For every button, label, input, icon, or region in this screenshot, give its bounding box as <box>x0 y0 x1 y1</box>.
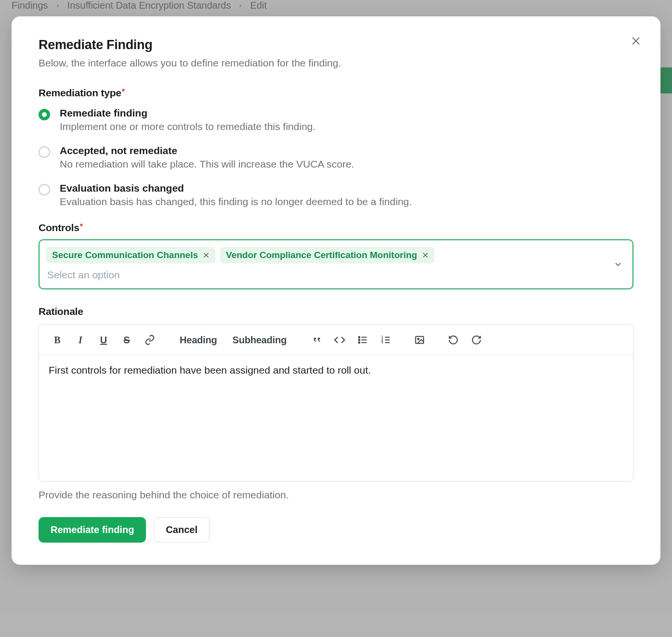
radio-input[interactable] <box>39 146 50 158</box>
radio-desc: No remediation will take place. This wil… <box>60 158 354 170</box>
underline-button[interactable]: U <box>94 330 113 350</box>
cancel-button[interactable]: Cancel <box>154 517 210 543</box>
remediate-finding-button[interactable]: Remediate finding <box>39 517 146 543</box>
selected-chips: Secure Communication Channels Vendor Com… <box>46 247 606 263</box>
required-indicator: * <box>80 222 83 231</box>
link-button[interactable] <box>140 330 159 350</box>
radio-title: Accepted, not remediate <box>60 145 354 156</box>
modal-subtitle: Below, the interface allows you to defin… <box>39 57 633 69</box>
chip-remove-icon[interactable] <box>203 252 210 259</box>
chip-label: Secure Communication Channels <box>52 250 198 260</box>
editor-toolbar: B I U S Heading Subheading 123 <box>39 325 633 356</box>
required-indicator: * <box>122 88 125 96</box>
remediation-type-label: Remediation type* <box>39 87 633 99</box>
rationale-editor: B I U S Heading Subheading 123 <box>39 324 633 481</box>
svg-point-10 <box>358 339 360 341</box>
close-button[interactable] <box>628 33 644 49</box>
radio-desc: Evaluation basis has changed, this findi… <box>60 196 412 208</box>
radio-input[interactable] <box>39 109 50 120</box>
rationale-helper: Provide the reasoning behind the choice … <box>39 489 633 501</box>
chip-secure-comm: Secure Communication Channels <box>46 247 215 263</box>
remediation-type-label-text: Remediation type <box>39 87 121 98</box>
redo-button[interactable] <box>467 330 486 350</box>
radio-option-accepted[interactable]: Accepted, not remediate No remediation w… <box>39 145 633 170</box>
strikethrough-button[interactable]: S <box>117 330 136 350</box>
radio-option-eval-changed[interactable]: Evaluation basis changed Evaluation basi… <box>39 182 633 208</box>
bullet-list-button[interactable] <box>353 330 372 350</box>
chip-vendor-compliance: Vendor Compliance Certification Monitori… <box>220 247 435 263</box>
controls-label: Controls* <box>39 222 633 234</box>
rationale-textarea[interactable]: First controls for remediation have been… <box>39 356 633 481</box>
radio-option-remediate[interactable]: Remediate finding Implement one or more … <box>39 107 633 132</box>
radio-desc: Implement one or more controls to remedi… <box>60 121 316 132</box>
controls-multiselect[interactable]: Secure Communication Channels Vendor Com… <box>39 239 633 289</box>
svg-point-11 <box>358 342 360 343</box>
subheading-button[interactable]: Subheading <box>227 330 292 350</box>
rationale-label: Rationale <box>39 306 633 317</box>
svg-text:3: 3 <box>382 340 383 344</box>
image-button[interactable] <box>410 330 429 350</box>
bold-button[interactable]: B <box>48 330 67 350</box>
radio-title: Remediate finding <box>60 107 316 119</box>
radio-input[interactable] <box>39 184 50 195</box>
heading-button[interactable]: Heading <box>174 330 223 350</box>
numbered-list-button[interactable]: 123 <box>376 330 395 350</box>
remediation-type-group: Remediate finding Implement one or more … <box>39 107 633 208</box>
modal-title: Remediate Finding <box>39 38 633 52</box>
italic-button[interactable]: I <box>71 330 90 350</box>
radio-title: Evaluation basis changed <box>60 182 412 194</box>
blockquote-button[interactable] <box>307 330 326 350</box>
svg-point-9 <box>358 337 360 338</box>
chip-remove-icon[interactable] <box>422 252 429 259</box>
code-button[interactable] <box>330 330 349 350</box>
undo-button[interactable] <box>444 330 463 350</box>
multiselect-placeholder[interactable]: Select an option <box>46 267 606 282</box>
svg-point-19 <box>418 338 419 340</box>
chevron-down-icon[interactable] <box>613 260 623 269</box>
modal-actions: Remediate finding Cancel <box>39 517 633 543</box>
remediate-finding-modal: Remediate Finding Below, the interface a… <box>12 16 660 565</box>
controls-label-text: Controls <box>39 222 79 233</box>
chip-label: Vendor Compliance Certification Monitori… <box>226 250 417 260</box>
